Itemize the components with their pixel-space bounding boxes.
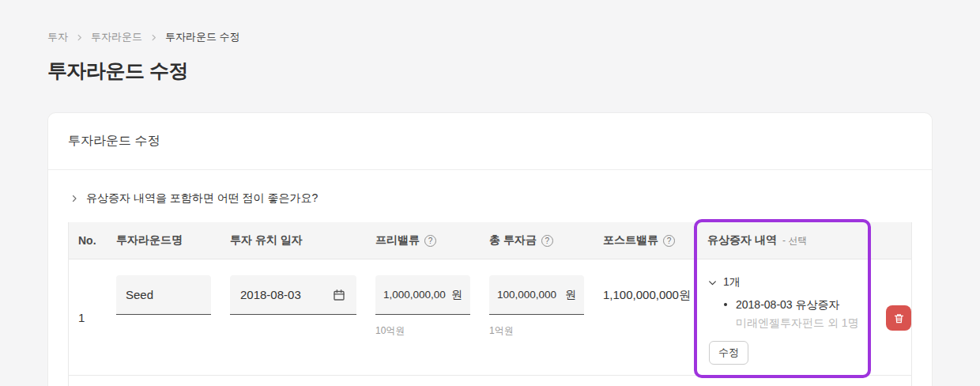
capital-increase-item-title: 2018-08-03 유상증자	[736, 298, 840, 311]
capital-increase-toggle[interactable]: 1개	[707, 275, 871, 290]
header-round-name: 투자라운드명	[107, 233, 220, 248]
rounds-table: No. 투자라운드명 투자 유치 일자 프리밸류 ? 총 투자금 ? 포스트밸류…	[68, 222, 912, 386]
capital-increase-cell: 1개 2018-08-03 유상증자 미래엔젤투자펀드 외 1명 수정	[694, 259, 871, 375]
card-title: 투자라운드 수정	[68, 133, 160, 149]
row-number-label: 1	[78, 311, 85, 324]
total-investment-cell: 원 1억원	[480, 259, 594, 375]
round-name-field	[116, 275, 211, 315]
header-post-value-label: 포스트밸류	[603, 233, 658, 248]
header-invest-date: 투자 유치 일자	[220, 233, 366, 248]
chevron-right-icon	[70, 194, 79, 203]
pre-value-field: 원	[375, 275, 470, 315]
row-number: 1	[69, 259, 107, 375]
header-no: No.	[69, 234, 107, 247]
table-header-row: No. 투자라운드명 투자 유치 일자 프리밸류 ? 총 투자금 ? 포스트밸류…	[69, 222, 911, 259]
round-name-input[interactable]	[116, 275, 211, 314]
table-row: 1	[69, 259, 911, 376]
header-total-investment: 총 투자금 ?	[480, 233, 594, 248]
total-investment-field: 원	[489, 275, 584, 315]
pre-value-hint: 10억원	[375, 324, 480, 338]
capital-increase-item: 2018-08-03 유상증자	[707, 298, 871, 312]
chevron-down-icon	[707, 278, 718, 288]
header-invest-date-label: 투자 유치 일자	[230, 233, 303, 248]
capital-increase-count: 1개	[723, 275, 741, 290]
capital-increase-item-detail: 미래엔젤투자펀드 외 1명	[707, 316, 871, 331]
breadcrumb-item-rounds[interactable]: 투자라운드	[91, 30, 142, 44]
header-pre-value-label: 프리밸류	[375, 233, 420, 248]
page: 투자 투자라운드 투자라운드 수정 투자라운드 수정 투자라운드 수정 유상증자…	[0, 0, 980, 386]
help-icon[interactable]: ?	[541, 235, 553, 247]
invest-date-cell	[220, 259, 366, 375]
bullet-dot	[724, 303, 727, 306]
header-post-value: 포스트밸류 ?	[594, 233, 694, 248]
delete-row-button[interactable]	[886, 305, 911, 331]
calendar-icon[interactable]	[332, 288, 346, 302]
header-no-label: No.	[78, 234, 96, 247]
total-investment-hint: 1억원	[489, 324, 594, 338]
header-capital-increase: 유상증자 내역 - 선택	[694, 233, 871, 248]
help-icon[interactable]: ?	[663, 235, 675, 247]
invest-date-input[interactable]	[240, 275, 323, 314]
currency-unit-label: 원	[565, 288, 576, 302]
chevron-right-icon	[149, 33, 158, 42]
help-icon[interactable]: ?	[424, 235, 436, 247]
faq-question-label: 유상증자 내역을 포함하면 어떤 점이 좋은가요?	[86, 191, 318, 206]
trash-icon	[893, 312, 905, 324]
breadcrumb-item-invest[interactable]: 투자	[47, 30, 68, 44]
edit-round-card: 투자라운드 수정 유상증자 내역을 포함하면 어떤 점이 좋은가요? No. 투…	[47, 112, 933, 386]
currency-unit-label: 원	[451, 288, 462, 302]
pre-value-input[interactable]	[383, 275, 448, 314]
breadcrumb-item-current: 투자라운드 수정	[165, 30, 240, 44]
header-capital-increase-label: 유상증자 내역	[707, 233, 777, 248]
faq-toggle-row[interactable]: 유상증자 내역을 포함하면 어떤 점이 좋은가요?	[48, 170, 932, 222]
round-name-cell	[107, 259, 220, 375]
card-header: 투자라운드 수정	[48, 113, 932, 170]
header-round-name-label: 투자라운드명	[116, 233, 183, 248]
invest-date-field	[230, 275, 356, 315]
breadcrumb: 투자 투자라운드 투자라운드 수정	[47, 0, 933, 44]
edit-capital-increase-button[interactable]: 수정	[709, 341, 748, 365]
total-investment-input[interactable]	[497, 275, 562, 314]
header-pre-value: 프리밸류 ?	[366, 233, 480, 248]
chevron-right-icon	[75, 33, 84, 42]
pre-value-cell: 원 10억원	[366, 259, 480, 375]
post-value-text: 1,100,000,000원	[603, 275, 694, 315]
row-action-cell	[871, 259, 911, 375]
post-value-cell: 1,100,000,000원	[594, 259, 694, 375]
table-row-next	[69, 376, 911, 386]
header-total-investment-label: 총 투자금	[489, 233, 537, 248]
header-capital-increase-optional: - 선택	[782, 234, 807, 248]
page-title: 투자라운드 수정	[47, 58, 933, 84]
